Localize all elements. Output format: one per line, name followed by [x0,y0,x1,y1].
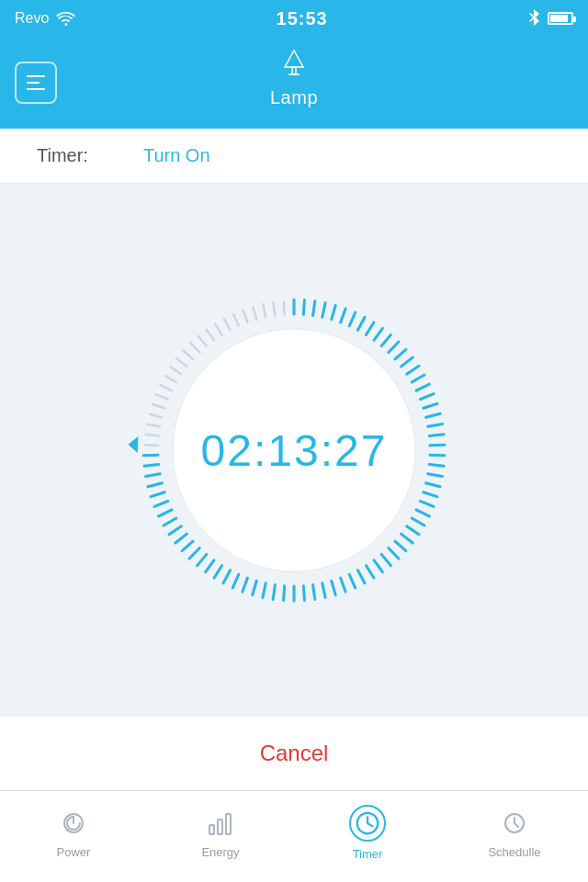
svg-line-123 [412,518,424,526]
svg-line-105 [395,349,406,359]
header-title: Lamp [270,87,318,108]
svg-line-173 [514,823,518,827]
svg-line-80 [176,358,187,367]
cancel-section: Cancel [0,717,588,790]
svg-line-113 [428,424,443,427]
status-right [527,9,573,28]
svg-line-152 [169,526,181,535]
svg-line-98 [341,309,345,322]
svg-line-86 [224,319,231,330]
svg-line-97 [332,305,335,319]
app-header: Lamp [0,37,588,129]
svg-line-84 [207,330,214,340]
svg-line-76 [156,394,168,399]
header-center: Lamp [270,47,318,108]
svg-line-118 [428,474,443,477]
svg-line-87 [233,314,239,326]
time-display: 15:53 [277,8,328,29]
lamp-icon [277,47,311,84]
svg-line-115 [430,445,445,446]
bottom-navigation: Power Energy Timer [0,790,588,882]
svg-line-150 [182,541,193,551]
svg-line-147 [206,560,214,572]
bluetooth-icon [527,9,540,28]
timer-area: (function() { const svg = document.getEl… [0,184,588,717]
svg-line-89 [253,307,256,319]
svg-line-110 [420,394,434,400]
wifi-icon [56,11,76,26]
menu-button[interactable] [15,62,57,104]
main-content: Timer: Turn On (function() { const svg =… [0,129,588,790]
svg-line-151 [175,534,187,543]
svg-rect-166 [218,820,222,834]
svg-line-124 [407,526,419,535]
svg-line-102 [374,328,382,340]
status-bar: Revo 15:53 [0,0,588,37]
svg-line-79 [171,367,182,374]
power-icon [57,807,90,840]
schedule-icon [498,807,531,840]
nav-label-power: Power [57,845,91,859]
svg-line-145 [223,571,231,583]
timer-nav-circle [349,805,386,842]
menu-icon [27,75,45,90]
menu-line-2 [27,82,40,84]
svg-marker-161 [129,436,138,453]
svg-line-148 [198,554,207,565]
svg-line-101 [366,322,373,335]
svg-line-141 [263,583,266,598]
menu-line-1 [27,75,45,77]
svg-line-170 [368,823,373,826]
svg-rect-165 [209,825,214,834]
svg-line-139 [284,586,285,601]
svg-line-116 [430,455,445,456]
svg-line-159 [144,464,159,466]
nav-item-timer[interactable]: Timer [294,805,441,868]
svg-line-78 [165,376,176,382]
timer-action-button[interactable]: Turn On [143,145,210,166]
svg-line-82 [190,343,199,352]
svg-line-99 [349,312,356,326]
svg-line-111 [424,403,437,408]
svg-line-114 [429,435,444,436]
svg-line-133 [341,578,345,592]
svg-line-137 [303,586,304,601]
svg-marker-0 [285,51,303,67]
svg-line-90 [263,305,266,318]
status-left: Revo [15,10,76,27]
svg-line-131 [357,571,365,583]
nav-label-timer: Timer [353,847,383,861]
svg-line-142 [253,581,256,594]
svg-line-128 [381,554,390,565]
svg-line-117 [429,464,444,466]
svg-line-135 [322,583,325,598]
svg-line-153 [164,518,176,526]
nav-item-power[interactable]: Power [0,807,147,866]
nav-label-energy: Energy [201,845,239,859]
svg-line-146 [214,566,221,579]
cancel-button[interactable]: Cancel [260,741,329,766]
timer-display: 02:13:27 [201,425,388,476]
svg-line-132 [349,574,356,588]
svg-rect-167 [226,814,231,834]
svg-line-126 [395,541,406,551]
svg-line-130 [366,566,373,579]
svg-line-100 [357,317,365,330]
menu-line-3 [27,88,45,90]
svg-line-143 [243,578,247,592]
svg-rect-1 [292,67,296,74]
timer-circle-container: (function() { const svg = document.getEl… [129,285,459,616]
svg-line-136 [313,585,315,600]
svg-line-122 [416,510,429,516]
svg-line-75 [153,404,164,408]
timer-label: Timer: [37,145,88,166]
svg-line-119 [426,483,441,487]
nav-item-energy[interactable]: Energy [147,807,294,866]
svg-line-125 [401,534,413,543]
svg-line-107 [407,366,419,374]
svg-line-91 [273,303,275,316]
svg-line-155 [154,501,168,506]
battery-icon [548,12,573,25]
nav-item-schedulle[interactable]: Schedulle [441,807,588,866]
svg-line-95 [313,301,315,316]
